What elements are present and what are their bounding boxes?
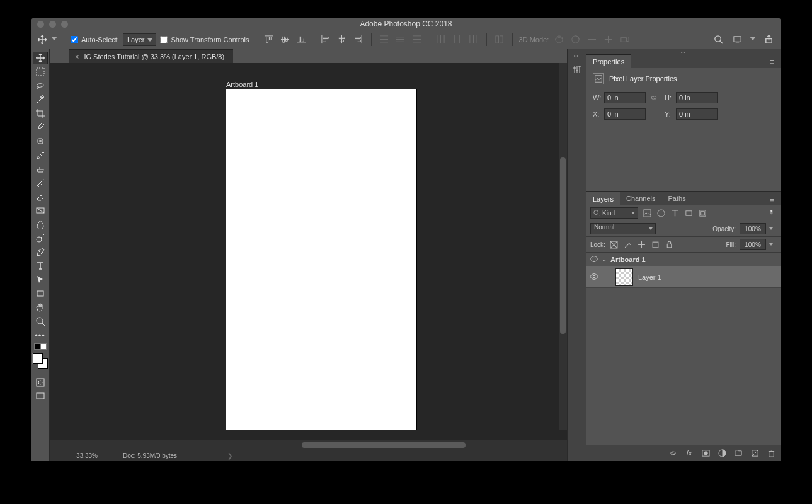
brush-tool[interactable] [33,149,48,161]
prop-h-input[interactable] [676,92,718,103]
3d-slide-icon[interactable] [602,33,614,46]
panel-collapse-grip[interactable]: •• [586,49,781,54]
crop-tool[interactable] [33,107,48,120]
3d-pan-icon[interactable] [585,33,598,46]
filter-shape-icon[interactable] [683,208,694,218]
adjustments-panel-icon[interactable] [570,62,584,76]
horizontal-scrollbar[interactable] [50,440,567,450]
search-icon[interactable] [712,33,724,46]
paths-tab[interactable]: Paths [662,192,692,205]
history-brush-tool[interactable] [33,176,48,189]
screen-mode-tool[interactable] [33,390,48,403]
zoom-tool[interactable] [33,315,48,328]
blend-mode-select[interactable]: Normal [590,223,656,234]
link-wh-icon[interactable] [648,92,660,103]
visibility-toggle-icon[interactable] [586,272,602,282]
distribute-left-icon[interactable] [435,33,447,46]
visibility-toggle-icon[interactable] [586,255,602,265]
document-tab[interactable]: × IG Stories Tutorial @ 33.3% (Layer 1, … [69,49,233,63]
quick-mask-tool[interactable] [33,376,48,389]
properties-tab[interactable]: Properties [586,54,631,68]
3d-roll-icon[interactable] [569,33,581,46]
eraser-tool[interactable] [33,190,48,203]
move-tool[interactable] [33,52,48,64]
lock-all-icon[interactable] [665,239,675,249]
lasso-tool[interactable] [33,79,48,92]
align-hcenter-icon[interactable] [336,33,348,46]
prop-y-input[interactable] [676,108,718,120]
rectangle-tool[interactable] [33,287,48,300]
distribute-bottom-icon[interactable] [411,33,423,46]
magic-wand-tool[interactable] [33,93,48,106]
auto-align-icon[interactable] [493,33,506,46]
doc-info[interactable]: Doc: 5.93M/0 bytes [123,452,177,459]
layers-panel-menu-icon[interactable] [770,195,779,202]
eyedropper-tool[interactable] [33,121,48,134]
dodge-tool[interactable] [33,232,48,244]
default-colors-icon[interactable] [34,343,47,350]
vertical-scrollbar[interactable] [559,63,567,430]
horizontal-scroll-thumb[interactable] [302,442,466,448]
artboard[interactable] [226,89,416,430]
layer-thumbnail[interactable] [615,268,633,286]
layer-row[interactable]: Layer 1 [586,266,781,288]
delete-layer-icon[interactable] [766,448,776,458]
panel-grip-icon[interactable]: •• [574,53,580,59]
screen-mode-icon[interactable] [731,33,743,46]
screen-mode-menu[interactable] [750,37,756,43]
status-menu-chevron-icon[interactable]: ❯ [227,452,232,459]
foreground-color-swatch[interactable] [33,353,43,364]
expand-toggle-icon[interactable]: ⌄ [602,256,610,263]
tool-preset-menu[interactable] [51,37,57,43]
adjustment-layer-icon[interactable] [717,448,727,458]
layers-tab[interactable]: Layers [586,192,620,205]
lock-position-icon[interactable] [637,239,647,249]
group-layers-icon[interactable] [733,448,743,458]
filter-toggle-icon[interactable] [767,208,777,218]
color-swatches[interactable] [33,353,48,369]
gradient-tool[interactable] [33,204,48,217]
vertical-scroll-thumb[interactable] [560,158,566,334]
align-vcenter-icon[interactable] [279,33,292,46]
distribute-vcenter-icon[interactable] [394,33,407,46]
align-top-icon[interactable] [263,33,275,46]
type-tool[interactable] [33,260,48,272]
close-tab-icon[interactable]: × [75,53,79,60]
distribute-top-icon[interactable] [378,33,391,46]
link-layers-icon[interactable] [668,448,678,458]
distribute-right-icon[interactable] [467,33,480,46]
artboard-label[interactable]: Artboard 1 [226,81,258,88]
prop-w-input[interactable] [604,92,646,103]
clone-stamp-tool[interactable] [33,163,48,175]
hand-tool[interactable] [33,301,48,314]
auto-select-checkbox[interactable]: Auto-Select: [71,36,119,43]
layer-fx-icon[interactable]: fx [684,448,694,458]
filter-smart-icon[interactable] [697,208,707,218]
path-select-tool[interactable] [33,273,48,286]
show-transform-controls-checkbox[interactable]: Show Transform Controls [160,36,249,43]
layer-mask-icon[interactable] [700,448,711,458]
blur-tool[interactable] [33,218,48,231]
edit-toolbar[interactable]: ••• [33,329,48,341]
opacity-input[interactable]: 100% [740,223,766,234]
zoom-level[interactable]: 33.33% [76,452,98,459]
share-icon[interactable] [762,33,775,46]
filter-adjustment-icon[interactable] [656,208,666,218]
lock-artboard-icon[interactable] [651,239,661,249]
3d-camera-icon[interactable] [618,33,631,46]
align-bottom-icon[interactable] [295,33,308,46]
distribute-hcenter-icon[interactable] [451,33,464,46]
canvas[interactable]: Artboard 1 [50,63,567,440]
pen-tool[interactable] [33,246,48,258]
3d-orbit-icon[interactable] [552,33,565,46]
layer-name[interactable]: Layer 1 [638,273,661,281]
new-layer-icon[interactable] [750,448,760,458]
artboard-row[interactable]: ⌄ Artboard 1 [586,253,781,266]
healing-brush-tool[interactable] [33,135,48,147]
filter-pixel-icon[interactable] [642,208,652,218]
align-left-icon[interactable] [319,33,332,46]
fill-input[interactable]: 100% [740,239,766,250]
auto-select-target-select[interactable]: Layer [123,33,157,46]
lock-transparency-icon[interactable] [609,239,619,249]
properties-panel-menu-icon[interactable] [770,57,779,65]
